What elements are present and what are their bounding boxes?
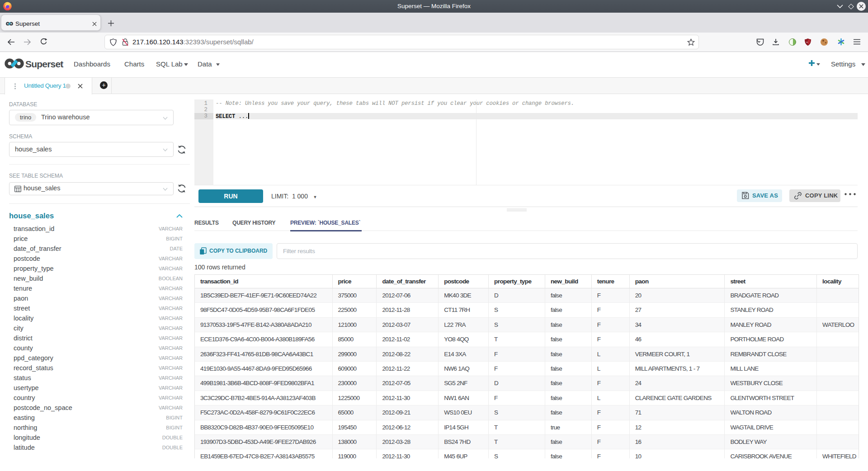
- svg-text:u: u: [807, 41, 808, 43]
